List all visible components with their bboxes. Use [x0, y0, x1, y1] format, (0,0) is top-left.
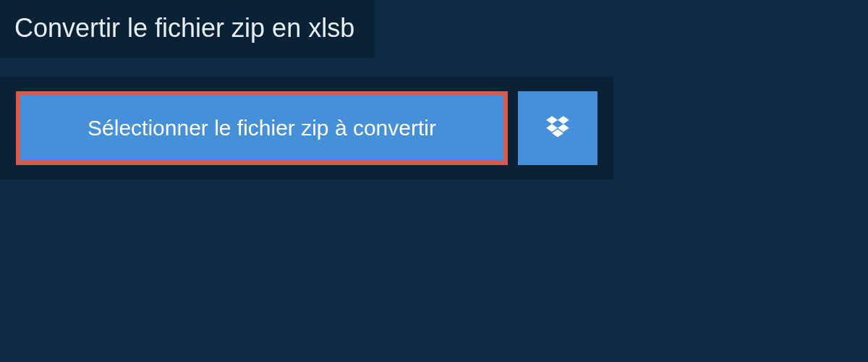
dropbox-icon	[544, 114, 571, 143]
title-bar: Convertir le fichier zip en xlsb	[0, 0, 375, 58]
page-title: Convertir le fichier zip en xlsb	[14, 13, 354, 43]
file-select-panel: Sélectionner le fichier zip à convertir	[0, 77, 613, 180]
dropbox-button[interactable]	[518, 91, 597, 165]
select-file-label: Sélectionner le fichier zip à convertir	[88, 116, 436, 140]
select-file-button[interactable]: Sélectionner le fichier zip à convertir	[16, 91, 508, 165]
converter-widget: Convertir le fichier zip en xlsb Sélecti…	[0, 0, 868, 180]
